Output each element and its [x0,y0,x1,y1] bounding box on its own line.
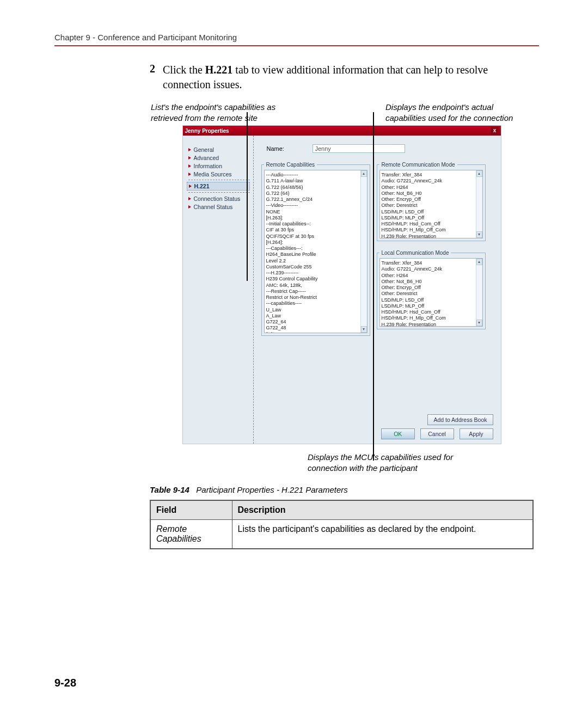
sidebar-item-media-sources[interactable]: Media Sources [188,170,250,178]
cell-description: Lists the participant's capabilities as … [232,520,533,549]
sidebar-item-connection-status[interactable]: Connection Status [188,194,250,203]
list-item: H.239 Role: Presentation [382,234,481,239]
caption-title: Participant Properties - H.221 Parameter… [196,485,347,494]
table-row: Remote Capabilities Lists the participan… [150,520,533,549]
chevron-right-icon [189,185,192,188]
list-item: ---capabilities---- [266,301,365,307]
list-item: Other: Derestrict [382,291,481,297]
table-caption: Table 9-14 Participant Properties - H.22… [150,485,534,494]
list-item: AMC: 64k, 128k, [266,283,365,289]
chevron-right-icon [188,148,191,151]
cancel-button[interactable]: Cancel [420,428,454,439]
sidebar-item-label: Connection Status [194,195,241,202]
list-item: CustomSarCode 255 [266,264,365,270]
dialog-titlebar[interactable]: Jenny Properties x [183,126,501,136]
list-item: HSD/HMLP: H_Mlp_Off_Com [382,315,481,321]
list-item: {R} [266,332,365,334]
list-item: Other: H264 [382,273,481,279]
th-field: Field [150,500,232,520]
list-item: Restrict or Non-Restrict [266,295,365,301]
local-comm-list[interactable]: Transfer: Xfer_384Audio: G7221_AnnexC_24… [379,258,483,327]
sidebar-item-label: General [194,146,214,153]
list-item: U_Law [266,307,365,313]
guide-line-left [247,112,248,281]
sidebar-item-channel-status[interactable]: Channel Status [188,203,250,211]
list-item: Other: H264 [382,185,481,191]
page-number: 9-28 [54,677,76,689]
list-item: HSD/HMLP: H_Mlp_Off_Com [382,227,481,233]
list-item: G.722 (64) [266,191,365,197]
sidebar-item-label: Information [194,163,223,169]
list-item: Audio: G7221_AnnexC_24k [382,266,481,272]
dialog-title: Jenny Properties [185,128,229,134]
scroll-down-icon[interactable]: ▾ [476,320,482,326]
list-item: [H.264]: [266,240,365,246]
dialog-sidebar: GeneralAdvancedInformationMedia SourcesH… [183,136,254,444]
dialog-window: Jenny Properties x GeneralAdvancedInform… [182,125,501,444]
scrollbar[interactable]: ▴ ▾ [476,170,482,238]
scroll-down-icon[interactable]: ▾ [361,326,367,333]
group-local-comm-legend: Local Communication Mode [379,250,451,256]
list-item: [H.263]: [266,215,365,221]
list-item: H239 Control Capability [266,276,365,282]
list-item: H.239 Role: Presentation [382,322,481,327]
th-description: Description [232,500,533,520]
group-remote-comm-mode: Remote Communication Mode Transfer: Xfer… [377,162,486,241]
list-item: Audio: G7221_AnnexC_24k [382,178,481,184]
chevron-right-icon [188,164,191,168]
list-item: G.711 A-law/-law [266,178,365,184]
list-item: Other: Not_B6_H0 [382,279,481,285]
group-local-comm-mode: Local Communication Mode Transfer: Xfer_… [377,250,486,329]
cell-field: Remote Capabilities [150,520,232,549]
ok-button[interactable]: OK [381,428,415,439]
group-remote-comm-legend: Remote Communication Mode [379,162,457,168]
list-item: ---Capabilities---: [266,246,365,252]
name-label: Name: [267,145,305,152]
list-item: LSD/MLP: LSD_Off [382,209,481,215]
list-item: H264_BaseLine Profile [266,252,365,258]
sidebar-item-label: Channel Status [194,204,233,210]
step-text-prefix: Click the [163,64,205,76]
sidebar-item-general[interactable]: General [188,145,250,154]
sidebar-item-label: H.221 [194,183,210,189]
sidebar-item-h-221[interactable]: H.221 [187,182,250,191]
apply-button[interactable]: Apply [460,428,493,439]
group-remote-capabilities: Remote Capabilities ---Audio---------G.7… [261,162,370,336]
caption-label: Table 9-14 [150,485,189,494]
close-icon[interactable]: x [491,127,499,134]
list-item: LSD/MLP: MLP_Off [382,303,481,309]
name-input[interactable] [313,144,405,153]
list-item: CIF at 30 fps [266,227,365,233]
scroll-up-icon[interactable]: ▴ [361,170,367,177]
step-text-strong: H.221 [205,64,233,76]
scroll-up-icon[interactable]: ▴ [476,259,482,265]
scrollbar[interactable]: ▴ ▾ [360,170,367,333]
step-number: 2 [150,63,155,92]
scroll-up-icon[interactable]: ▴ [476,170,482,177]
list-item: Other: Derestrict [382,203,481,209]
remote-capabilities-list[interactable]: ---Audio---------G.711 A-law/-lawG.722 (… [264,170,367,333]
chevron-right-icon [188,197,191,200]
list-item: --Initial capabilities--: [266,221,365,227]
scrollbar[interactable]: ▴ ▾ [476,259,482,326]
list-item: ---Audio--------- [266,172,365,178]
chevron-right-icon [188,173,191,176]
step-text: Click the H.221 tab to view additional i… [163,63,534,92]
list-item: G.722.1_annex_C/24 [266,197,365,203]
list-item: LSD/MLP: MLP_Off [382,215,481,221]
group-remote-capabilities-legend: Remote Capabilities [264,162,317,168]
list-item: G722_64 [266,319,365,325]
sidebar-item-label: Advanced [194,155,219,161]
list-item: LSD/MLP: LSD_Off [382,297,481,303]
list-item: ---Video--------- [266,203,365,209]
remote-comm-list[interactable]: Transfer: Xfer_384Audio: G7221_AnnexC_24… [379,170,483,238]
callout-bottom: Displays the MCU's capabilities used for… [308,452,482,473]
parameters-table: Field Description Remote Capabilities Li… [150,500,534,549]
sidebar-item-information[interactable]: Information [188,162,250,170]
list-item: ---H.239--------- [266,270,365,276]
scroll-down-icon[interactable]: ▾ [476,231,482,238]
chevron-right-icon [188,205,191,209]
list-item: Transfer: Xfer_384 [382,260,481,266]
add-address-book-button[interactable]: Add to Address Book [427,414,493,425]
sidebar-item-advanced[interactable]: Advanced [188,154,250,162]
